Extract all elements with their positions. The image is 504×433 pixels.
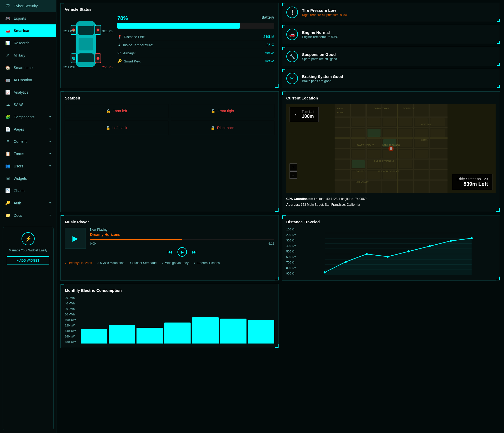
map-container: JAPANTOWN SOUTH BE LOWER HAIGHT San Fran… <box>286 104 496 193</box>
lock-icon: 🔒 <box>211 126 215 130</box>
seatbelt-right-back[interactable]: 🔒 Right back <box>171 121 274 135</box>
svg-rect-37 <box>399 129 412 137</box>
sidebar-item-cyber-security[interactable]: 🛡 Cyber Security <box>0 0 56 12</box>
time-row: 0:00 6:12 <box>90 242 274 245</box>
components-icon: 🧩 <box>5 114 10 119</box>
svg-rect-2 <box>78 53 94 64</box>
music-note-icon: ♪ <box>194 261 196 265</box>
sidebar-item-research[interactable]: 📊 Research <box>0 37 56 49</box>
bar-Mar <box>136 328 163 344</box>
svg-text:JAPANTOWN: JAPANTOWN <box>374 107 388 110</box>
car-icon: 🚗 <box>5 28 10 33</box>
lock-icon: 🔒 <box>106 126 110 130</box>
progress-bar[interactable] <box>90 239 274 240</box>
svg-text:MISSION DISTRICT: MISSION DISTRICT <box>378 170 400 173</box>
sidebar-item-charts[interactable]: 📉 Charts <box>0 184 56 197</box>
sidebar-item-esports[interactable]: 🎮 Esports <box>0 12 56 24</box>
car-diagram: 32.1 PSI 32.1 PSI <box>65 15 112 74</box>
playlist-item-2[interactable]: ♪ Mystic Mountains <box>97 261 124 265</box>
chevron-down-icon: ▾ <box>49 164 51 168</box>
playlist-item-4[interactable]: ♪ Midnight Journey <box>162 261 189 265</box>
sidebar-item-analytics[interactable]: 📈 Analytics <box>0 86 56 98</box>
turn-indicator: ← Turn Left 100m <box>290 107 319 122</box>
alert-engine-icon: 🚗 <box>286 29 298 40</box>
users-icon: 👥 <box>5 163 10 168</box>
previous-button[interactable]: ⏮ <box>167 249 172 255</box>
alert-engine-subtitle: Engine Temperature 50°C <box>302 35 338 39</box>
key-icon: 🔑 <box>117 59 122 63</box>
psi-top-right: 32.1 PSI <box>102 30 113 33</box>
svg-point-14 <box>97 57 99 60</box>
cloud-icon: ☁ <box>5 102 10 107</box>
car-top-view: 🔒 <box>65 15 107 73</box>
svg-rect-55 <box>414 129 428 137</box>
stat-row-temperature: 🌡 Inside Temperature: 25°C <box>117 41 274 49</box>
sidebar-item-pages[interactable]: 📄 Pages ▾ <box>0 123 56 135</box>
svg-rect-33 <box>399 118 412 126</box>
widget-box: ⚡ Manage Your Widget Easily + ADD WIDGET <box>3 227 54 430</box>
svg-text:CASTRO: CASTRO <box>355 170 365 173</box>
sidebar-item-widgets[interactable]: ⊞ Widgets <box>0 172 56 184</box>
battery-bar-background <box>117 23 274 29</box>
alert-braking: ✂ Braking System Good Brake pads are goo… <box>282 69 500 88</box>
sidebar-item-saas[interactable]: ☁ SAAS <box>0 98 56 111</box>
bar-Feb <box>109 325 135 344</box>
sidebar-item-smarthome[interactable]: 🏠 Smarthome <box>0 61 56 74</box>
sidebar-item-forms[interactable]: 📋 Forms ▾ <box>0 147 56 160</box>
sidebar-item-military[interactable]: ⚔ Military <box>0 49 56 61</box>
svg-rect-5 <box>77 62 94 66</box>
address-label: Address: <box>286 203 300 207</box>
sidebar-item-content[interactable]: ≡ Content ▾ <box>0 135 56 147</box>
svg-rect-46 <box>351 160 365 168</box>
zoom-out-button[interactable]: - <box>290 171 297 179</box>
next-button[interactable]: ⏭ <box>192 249 197 255</box>
play-pause-button[interactable]: ▶ <box>177 247 187 257</box>
turn-arrow-icon: ← <box>294 112 299 118</box>
svg-rect-34 <box>351 129 365 137</box>
charts-icon: 📉 <box>5 188 10 193</box>
chevron-down-icon: ▾ <box>49 214 51 217</box>
gps-coordinates-value: Latitude 40.7128, Longitude -74.0060 <box>314 197 367 201</box>
bar-Jul <box>248 320 274 344</box>
seatbelt-left-back[interactable]: 🔒 Left back <box>65 121 168 135</box>
svg-rect-44 <box>383 150 396 158</box>
song-title: Dreamy Horizons <box>90 233 274 237</box>
bar-Jan <box>81 329 107 344</box>
location-title: Current Location <box>286 96 496 100</box>
svg-text:SOMA: SOMA <box>421 139 427 141</box>
add-widget-button[interactable]: + ADD WIDGET <box>7 256 49 265</box>
distance-icon: 📍 <box>117 35 122 39</box>
svg-rect-56 <box>430 129 445 137</box>
sidebar-item-components[interactable]: 🧩 Components ▾ <box>0 111 56 123</box>
battery-percent: 78% <box>117 15 128 21</box>
svg-text:Pacific: Pacific <box>337 107 343 110</box>
widget-text: Manage Your Widget Easily <box>7 249 49 252</box>
gps-coordinates-label: GPS Coordinates: <box>286 197 313 201</box>
chevron-down-icon: ▾ <box>49 115 51 119</box>
zoom-in-button[interactable]: + <box>290 163 297 171</box>
stat-row-airbags: 🛡 Airbags: Active <box>117 49 274 57</box>
sidebar-item-auth[interactable]: 🔑 Auth ▾ <box>0 197 56 209</box>
sidebar-item-docs[interactable]: 📁 Docs ▾ <box>0 209 56 221</box>
vs-details: 78% Battery 📍 Distance Left: 240KM <box>117 15 274 65</box>
svg-rect-49 <box>399 160 412 168</box>
ai-icon: 🤖 <box>5 77 10 82</box>
chart-icon: 📊 <box>5 40 10 45</box>
seatbelt-front-left[interactable]: 🔒 Front left <box>65 104 168 118</box>
playlist-item-1[interactable]: ♪ Dreamy Horizons <box>65 261 92 265</box>
home-icon: 🏠 <box>5 65 10 70</box>
psi-bottom-left: 32.1 PSI <box>64 66 75 69</box>
svg-rect-41 <box>399 139 412 147</box>
widgets-icon: ⊞ <box>5 176 10 181</box>
distance-value: 240KM <box>263 35 274 39</box>
seatbelt-front-right[interactable]: 🔒 Front right <box>171 104 274 118</box>
seatbelt-panel: Seatbelt 🔒 Front left 🔒 Front right 🔒 Le… <box>60 91 279 212</box>
bar-Apr <box>164 323 191 344</box>
sidebar-item-users[interactable]: 👥 Users ▾ <box>0 160 56 172</box>
temperature-value: 25°C <box>266 43 274 47</box>
playlist-item-3[interactable]: ♪ Sunset Serenade <box>129 261 156 265</box>
sidebar-item-smartcar[interactable]: 🚗 Smartcar <box>0 24 56 37</box>
sidebar-item-ai-creation[interactable]: 🤖 AI Creation <box>0 74 56 86</box>
battery-bar-fill <box>117 23 240 29</box>
playlist-item-5[interactable]: ♪ Ethereal Echoes <box>194 261 220 265</box>
